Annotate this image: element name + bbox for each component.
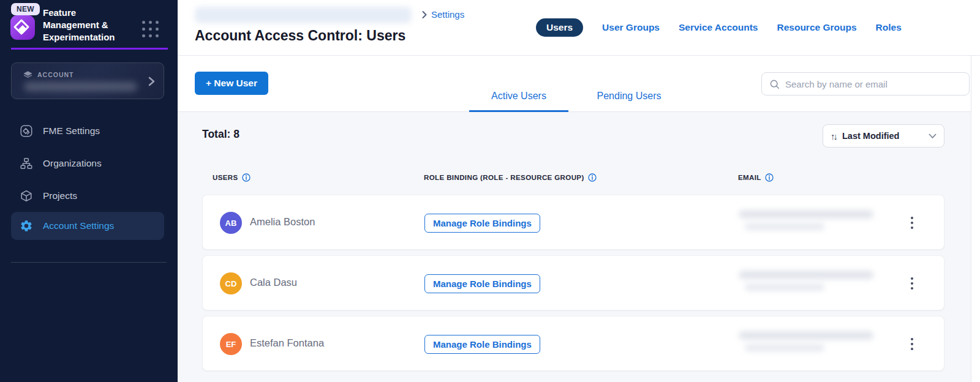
sidebar-item-label: Projects bbox=[43, 190, 77, 201]
kebab-menu-icon[interactable] bbox=[906, 211, 918, 234]
column-header-role-binding: ROLE BINDING (ROLE - RESOURCE GROUP) bbox=[424, 173, 597, 182]
sidebar-item-organizations[interactable]: Organizations bbox=[11, 149, 164, 178]
toolbar: + New User Active Users Pending Users bbox=[178, 56, 980, 112]
new-user-button[interactable]: + New User bbox=[195, 72, 268, 95]
app-title: Feature Management & Experimentation bbox=[43, 7, 115, 43]
chevron-right-icon bbox=[421, 10, 428, 19]
sort-selected-value: Last Modified bbox=[842, 131, 924, 141]
total-count: Total: 8 bbox=[202, 128, 239, 141]
manage-role-bindings-button[interactable]: Manage Role Bindings bbox=[424, 335, 540, 354]
table-header-row: USERS ROLE BINDING (ROLE - RESOURCE GROU… bbox=[202, 173, 944, 184]
account-name-redacted bbox=[24, 82, 137, 91]
email-redacted bbox=[739, 271, 873, 279]
avatar: CD bbox=[220, 272, 242, 294]
app-title-line3: Experimentation bbox=[43, 31, 115, 43]
user-name: Estefan Fontana bbox=[250, 337, 324, 349]
info-icon[interactable] bbox=[588, 173, 597, 182]
kebab-menu-icon[interactable] bbox=[906, 272, 918, 295]
breadcrumb-settings-link[interactable]: Settings bbox=[431, 9, 464, 20]
user-name: Amelia Boston bbox=[250, 216, 315, 228]
sidebar-item-label: Account Settings bbox=[43, 220, 114, 231]
tab-resource-groups[interactable]: Resource Groups bbox=[777, 22, 857, 33]
page-header: Settings Account Access Control: Users U… bbox=[178, 0, 980, 56]
layers-icon bbox=[23, 70, 33, 80]
email-redacted bbox=[745, 283, 824, 291]
kebab-menu-icon[interactable] bbox=[906, 332, 918, 356]
info-icon[interactable] bbox=[242, 173, 251, 182]
tab-pending-users[interactable]: Pending Users bbox=[589, 91, 669, 112]
sidebar: NEW Feature Management & Experimentation bbox=[0, 0, 178, 382]
page-title: Account Access Control: Users bbox=[195, 28, 405, 44]
manage-role-bindings-button[interactable]: Manage Role Bindings bbox=[424, 274, 540, 293]
account-label: ACCOUNT bbox=[37, 71, 74, 78]
new-badge: NEW bbox=[11, 3, 40, 15]
search-input[interactable] bbox=[785, 79, 962, 89]
scrollbar-gutter[interactable] bbox=[971, 56, 980, 382]
user-name: Cala Dasu bbox=[250, 277, 297, 288]
tab-service-accounts[interactable]: Service Accounts bbox=[679, 22, 758, 33]
email-redacted bbox=[745, 344, 824, 351]
cube-icon bbox=[20, 189, 33, 203]
column-label: USERS bbox=[213, 174, 238, 181]
email-redacted bbox=[739, 210, 873, 219]
sidebar-item-projects[interactable]: Projects bbox=[11, 182, 164, 210]
table-row: CD Cala Dasu Manage Role Bindings bbox=[202, 255, 944, 310]
tab-active-users[interactable]: Active Users bbox=[469, 91, 568, 112]
table-row: AB Amelia Boston Manage Role Bindings bbox=[202, 195, 944, 250]
table-row: EF Estefan Fontana Manage Role Bindings bbox=[202, 316, 944, 371]
org-chart-icon bbox=[20, 157, 33, 170]
chevron-down-icon bbox=[929, 133, 937, 139]
breadcrumb-redacted bbox=[195, 7, 412, 23]
account-switcher[interactable]: ACCOUNT bbox=[11, 62, 164, 99]
tab-user-groups[interactable]: User Groups bbox=[602, 22, 660, 33]
gear-icon bbox=[20, 219, 33, 233]
brand-divider bbox=[11, 48, 168, 50]
sidebar-item-label: Organizations bbox=[43, 158, 102, 169]
app-title-line2: Management & bbox=[43, 19, 115, 31]
user-list-tabs: Active Users Pending Users bbox=[469, 56, 669, 112]
sidebar-divider bbox=[11, 262, 167, 263]
app-grid-icon[interactable] bbox=[142, 21, 160, 39]
avatar: EF bbox=[220, 333, 242, 355]
sidebar-item-fme-settings[interactable]: FME Settings bbox=[11, 117, 164, 145]
avatar: AB bbox=[220, 212, 242, 234]
info-icon[interactable] bbox=[765, 173, 774, 182]
column-label: ROLE BINDING (ROLE - RESOURCE GROUP) bbox=[424, 174, 584, 181]
manage-role-bindings-button[interactable]: Manage Role Bindings bbox=[424, 214, 540, 233]
app-title-line1: Feature bbox=[43, 7, 115, 19]
sidebar-item-label: FME Settings bbox=[43, 125, 100, 137]
fme-logo-icon bbox=[20, 124, 33, 138]
search-icon bbox=[769, 79, 780, 89]
sort-dropdown[interactable]: ↑↓ Last Modified bbox=[823, 124, 944, 148]
column-header-users: USERS bbox=[213, 173, 251, 182]
search-box bbox=[761, 72, 970, 96]
tab-roles[interactable]: Roles bbox=[876, 22, 902, 33]
main-area: Settings Account Access Control: Users U… bbox=[178, 0, 980, 382]
app-window: NEW Feature Management & Experimentation bbox=[0, 0, 980, 382]
column-header-email: EMAIL bbox=[738, 173, 774, 182]
fme-app-logo-icon bbox=[10, 15, 36, 40]
access-control-tabs: Users User Groups Service Accounts Resou… bbox=[536, 18, 902, 37]
chevron-right-icon bbox=[146, 75, 156, 88]
column-label: EMAIL bbox=[738, 174, 761, 181]
sidebar-item-account-settings[interactable]: Account Settings bbox=[11, 212, 164, 240]
tab-users[interactable]: Users bbox=[536, 18, 583, 37]
email-redacted bbox=[739, 331, 873, 340]
email-redacted bbox=[745, 223, 824, 230]
sort-icon: ↑↓ bbox=[831, 131, 836, 141]
